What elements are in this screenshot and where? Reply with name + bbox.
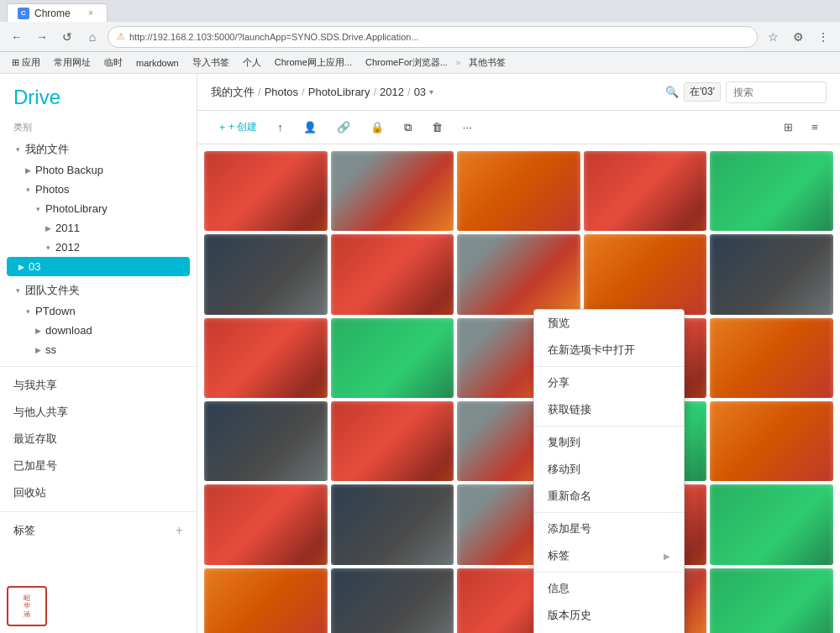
file-item[interactable]: IMG_1555.JPG — [457, 151, 580, 231]
context-menu-item-label: 重新命名 — [548, 489, 591, 504]
file-item[interactable]: IMG_1574.JPG — [331, 484, 454, 564]
toggle-icon: ▾ — [30, 205, 45, 213]
tree-2011[interactable]: ▶ 2011 — [0, 218, 197, 238]
context-menu-item[interactable]: 移动到 — [534, 456, 684, 483]
bookmark-temp[interactable]: 临时 — [99, 55, 128, 71]
tree-ss[interactable]: ▶ ss — [0, 340, 197, 359]
search-icon[interactable]: 🔍 — [665, 86, 679, 98]
nav-trash[interactable]: 回收站 — [0, 479, 197, 506]
bookmark-apps[interactable]: ⊞ 应用 — [7, 55, 45, 71]
breadcrumb-my-files[interactable]: 我的文件 — [211, 85, 255, 100]
lock-btn[interactable]: 🔒 — [362, 116, 392, 139]
context-menu-item[interactable]: 标签▶ — [534, 542, 684, 569]
file-item[interactable]: IMG_1556.JPG — [584, 151, 707, 231]
copy-btn[interactable]: ⧉ — [396, 116, 420, 139]
nav-starred[interactable]: 已加星号 — [0, 453, 197, 479]
file-item[interactable]: IMG_1569.JPG — [331, 401, 454, 481]
nav-recent[interactable]: 最近存取 — [0, 426, 197, 453]
forward-btn[interactable]: → — [32, 27, 52, 47]
bookmark-personal[interactable]: 个人 — [238, 55, 266, 71]
file-item[interactable]: IMG_1560.JPG — [457, 234, 580, 314]
breadcrumb-dropdown-icon[interactable]: ▾ — [429, 87, 433, 97]
context-menu-item[interactable]: 信息 — [534, 575, 684, 602]
file-item[interactable]: IMG_1578.JPG — [204, 568, 328, 633]
breadcrumb-2012[interactable]: 2012 — [380, 86, 404, 98]
get-link-btn[interactable]: 🔗 — [328, 116, 359, 139]
file-item[interactable]: IMG_1562.JPG — [710, 234, 833, 314]
bookmark-chrome-for[interactable]: ChromeFor浏览器... — [360, 55, 453, 71]
address-bar[interactable]: ⚠ http://192.168.2.103:5000/?launchApp=S… — [108, 26, 758, 48]
breadcrumb-photos[interactable]: Photos — [265, 86, 298, 98]
context-menu-item-label: 添加星号 — [548, 521, 591, 536]
add-tag-btn[interactable]: + — [176, 523, 183, 538]
tree-team-folder[interactable]: ▾ 团队文件夹 — [0, 280, 197, 301]
file-item[interactable]: IMG_1559.JPG — [331, 234, 454, 314]
active-tab[interactable]: C Chrome × — [7, 3, 108, 22]
bookmark-import[interactable]: 导入书签 — [187, 55, 234, 71]
create-btn[interactable]: + + 创建 — [211, 116, 265, 139]
nav-shared-by-me[interactable]: 与他人共享 — [0, 399, 197, 426]
more-btn[interactable]: ··· — [454, 116, 480, 139]
file-item[interactable]: IMG_1558.JPG — [204, 234, 328, 314]
home-btn[interactable]: ⌂ — [82, 27, 102, 47]
toggle-icon: ▾ — [10, 145, 25, 154]
context-menu-item-label: 分享 — [548, 375, 570, 390]
lock-icon: ⚠ — [117, 31, 125, 42]
context-menu-item[interactable]: 重新命名 — [534, 483, 684, 510]
context-menu-item[interactable]: 分享 — [534, 369, 684, 396]
file-item[interactable]: IMG_1582.JPG — [710, 568, 833, 633]
file-item[interactable]: IMG_1553.JPG — [204, 151, 328, 231]
file-item[interactable]: IMG_1572.JPG — [710, 401, 833, 481]
context-menu-item[interactable]: 版本历史 — [534, 602, 684, 629]
upload-btn[interactable]: ↑ — [269, 116, 291, 139]
list-view-btn[interactable]: ≡ — [803, 116, 827, 139]
tree-2012[interactable]: ▾ 2012 — [0, 238, 197, 257]
search-input[interactable] — [726, 81, 827, 103]
tree-label: Photos — [35, 183, 69, 196]
sidebar-divider — [0, 366, 197, 367]
tree-photolibrary[interactable]: ▾ PhotoLibrary — [0, 199, 197, 218]
browser-tabs: C Chrome × — [0, 0, 840, 22]
context-menu-item[interactable]: 复制到 — [534, 429, 684, 456]
logo-stamp-container: 昭 华 涵 — [7, 586, 47, 626]
file-item[interactable]: IMG_1573.JPG — [204, 484, 328, 564]
tree-my-files[interactable]: ▾ 我的文件 — [0, 139, 197, 160]
delete-btn[interactable]: 🗑 — [423, 116, 451, 139]
context-menu-item[interactable]: 制作副本 — [534, 629, 684, 633]
bookmark-star[interactable]: ☆ — [763, 27, 783, 47]
refresh-btn[interactable]: ↺ — [57, 27, 77, 47]
file-item[interactable]: IMG_1557.JPG — [710, 151, 833, 231]
tree-03[interactable]: ▶ 03 — [7, 257, 190, 276]
tree-download[interactable]: ▶ download — [0, 321, 197, 340]
file-item[interactable]: IMG_1564.JPG — [331, 318, 454, 398]
bookmark-common[interactable]: 常用网址 — [49, 55, 96, 71]
grid-view-btn[interactable]: ⊞ — [776, 116, 800, 139]
app-container: Drive 类别 ▾ 我的文件 ▶ Photo Backup ▾ Photos … — [0, 74, 840, 633]
tree-photo-backup[interactable]: ▶ Photo Backup — [0, 160, 197, 180]
file-item[interactable]: IMG_1554.JPG — [331, 151, 454, 231]
context-menu-item[interactable]: 获取链接 — [534, 396, 684, 423]
breadcrumb-current: 03 ▾ — [414, 86, 433, 98]
file-item[interactable]: IMG_1563.JPG — [204, 318, 328, 398]
context-menu-item[interactable]: 预览 — [534, 310, 684, 337]
extensions-btn[interactable]: ⚙ — [788, 27, 808, 47]
file-item[interactable]: IMG_1568.JPG — [204, 401, 328, 481]
breadcrumb-photolibrary[interactable]: PhotoLibrary — [308, 86, 370, 98]
file-item[interactable]: IMG_1561.JPG — [584, 234, 707, 314]
context-menu-item[interactable]: 在新选项卡中打开 — [534, 337, 684, 364]
toggle-icon: ▶ — [30, 327, 45, 335]
tab-close-btn[interactable]: × — [85, 8, 97, 19]
share-user-btn[interactable]: 👤 — [295, 116, 325, 139]
menu-btn[interactable]: ⋮ — [813, 27, 833, 47]
tree-ptdown[interactable]: ▾ PTdown — [0, 301, 197, 321]
back-btn[interactable]: ← — [7, 27, 27, 47]
bookmark-markdown[interactable]: markdown — [131, 56, 184, 70]
tree-photos[interactable]: ▾ Photos — [0, 180, 197, 199]
file-item[interactable]: IMG_1567.JPG — [710, 318, 833, 398]
bookmark-other[interactable]: 其他书签 — [464, 55, 511, 71]
context-menu-item[interactable]: 添加星号 — [534, 515, 684, 542]
bookmark-chrome-apps[interactable]: Chrome网上应用... — [270, 55, 357, 71]
nav-shared-with-me[interactable]: 与我共享 — [0, 372, 197, 399]
file-item[interactable]: IMG_1577.JPG — [710, 484, 833, 564]
file-item[interactable]: IMG_1579.JPG — [331, 568, 454, 633]
